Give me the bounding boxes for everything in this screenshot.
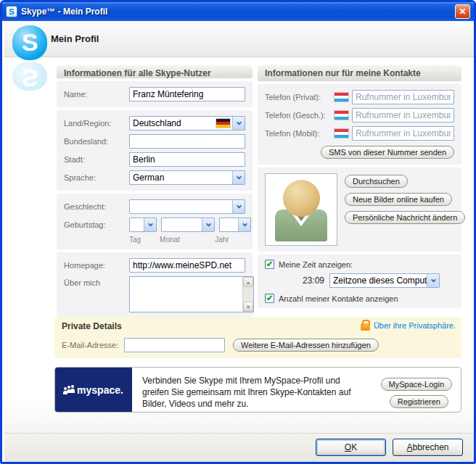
homepage-input[interactable] — [129, 258, 245, 273]
contact-info-header: Informationen nur für meine Kontakte — [258, 65, 461, 81]
location-group: Land/Region: Deutschland Bundesland: Sta… — [57, 110, 253, 191]
luxembourg-flag-icon — [335, 111, 348, 120]
browse-label: Durchsuchen — [353, 177, 400, 186]
web-group: Homepage: Über mich ▲ ▼ — [57, 252, 253, 318]
private-details-panel: Private Details Über ihre Privatsphäre. … — [54, 317, 461, 358]
gender-label: Geschlecht: — [64, 202, 129, 211]
chevron-down-icon[interactable] — [232, 171, 245, 184]
timezone-value: Zeitzone dieses Compute — [330, 276, 427, 286]
homepage-label: Homepage: — [64, 261, 129, 270]
chevron-down-icon[interactable] — [144, 218, 156, 231]
name-group: Name: — [57, 81, 253, 107]
send-sms-button[interactable]: SMS von dieser Nummer senden — [321, 146, 454, 159]
name-input[interactable] — [129, 87, 245, 102]
email-input[interactable] — [124, 338, 225, 352]
ok-button[interactable]: OK — [316, 439, 386, 456]
language-label: Sprache: — [64, 173, 129, 182]
chevron-down-icon[interactable] — [238, 218, 250, 231]
about-label: Über mich — [64, 276, 129, 287]
buy-pictures-button[interactable]: Neue Bilder online kaufen — [345, 193, 452, 206]
myspace-panel: myspace. Verbinden Sie Skype mit Ihrem M… — [54, 367, 461, 413]
about-scrollbar[interactable]: ▲ ▼ — [242, 277, 253, 312]
cancel-button[interactable]: Abbrechen — [393, 439, 463, 456]
skype-logo-icon: S — [12, 25, 47, 60]
day-caption: Tag — [129, 236, 155, 244]
skype-logo-reflection-glyph: S — [22, 65, 38, 92]
myspace-logo: myspace. — [55, 368, 132, 412]
scroll-down-icon[interactable]: ▼ — [243, 302, 253, 312]
scroll-up-icon[interactable]: ▲ — [243, 277, 253, 287]
public-info-panel: Informationen für alle Skype-Nutzer Name… — [57, 65, 253, 310]
phone-private-label: Telefon (Privat): — [265, 93, 335, 102]
state-input[interactable] — [129, 134, 245, 149]
state-label: Bundesland: — [64, 137, 129, 146]
skype-profile-window: S Skype™ - Mein Profil ✕ S Mein Profil S… — [0, 0, 476, 464]
myspace-login-label: MySpace-Login — [389, 380, 444, 389]
lock-icon — [361, 323, 370, 331]
avatar — [265, 173, 337, 246]
close-button[interactable]: ✕ — [455, 4, 470, 19]
birthday-year-select[interactable] — [219, 218, 251, 232]
year-caption: Jahr — [215, 236, 245, 244]
birthday-month-select[interactable] — [161, 218, 215, 232]
myspace-logo-text: myspace. — [77, 384, 123, 396]
avatar-group: Durchsuchen Neue Bilder online kaufen Pe… — [258, 167, 461, 252]
private-details-header: Private Details — [62, 321, 122, 331]
privacy-link[interactable]: Über ihre Privatsphäre. — [374, 321, 456, 330]
cancel-label: Abbrechen — [393, 442, 462, 452]
phone-mobile-label: Telefon (Mobil): — [265, 129, 335, 138]
show-time-checkbox[interactable]: ✔ — [265, 260, 274, 269]
skype-s-glyph: S — [9, 7, 14, 16]
window-body: S Mein Profil S Informationen für alle S… — [4, 21, 476, 462]
timezone-select[interactable]: Zeitzone dieses Compute — [329, 273, 440, 288]
buy-pictures-label: Neue Bilder online kaufen — [353, 195, 444, 204]
page-header: S Mein Profil — [4, 21, 476, 57]
add-email-button[interactable]: Weitere E-Mail-Adressen hinzufügen — [233, 339, 379, 352]
birthday-day-select[interactable] — [129, 218, 157, 232]
show-contact-count-checkbox[interactable]: ✔ — [265, 294, 274, 303]
check-icon: ✔ — [266, 294, 273, 302]
phone-work-label: Telefon (Gesch.): — [265, 111, 335, 120]
skype-logo-glyph: S — [22, 28, 38, 56]
gender-select[interactable] — [129, 199, 245, 214]
myspace-description: Verbinden Sie Skype mit Ihrem MySpace-Pr… — [142, 375, 360, 410]
germany-flag-icon — [216, 119, 230, 128]
city-input[interactable] — [129, 152, 245, 167]
change-mood-label: Persönliche Nachricht ändern — [353, 213, 457, 222]
chevron-down-icon[interactable] — [232, 117, 245, 130]
email-label: E-Mail-Adresse: — [62, 341, 124, 349]
change-mood-message-button[interactable]: Persönliche Nachricht ändern — [345, 211, 465, 224]
country-label: Land/Region: — [64, 119, 129, 128]
show-contact-count-label: Anzahl meiner Kontakte anzeigen — [279, 294, 398, 303]
myspace-register-label: Registrieren — [398, 397, 440, 406]
country-select[interactable]: Deutschland — [129, 116, 245, 130]
check-icon: ✔ — [266, 260, 273, 268]
titlebar[interactable]: S Skype™ - Mein Profil ✕ — [2, 2, 474, 21]
skype-logo-reflection: S — [12, 62, 47, 91]
contact-info-panel: Informationen nur für meine Kontakte Tel… — [258, 65, 461, 310]
add-email-label: Weitere E-Mail-Adressen hinzufügen — [241, 341, 371, 349]
about-textarea[interactable] — [130, 277, 242, 312]
month-caption: Monat — [160, 236, 210, 244]
window-title: Skype™ - Mein Profil — [21, 7, 455, 17]
avatar-head-shape — [283, 180, 320, 217]
chevron-down-icon[interactable] — [202, 218, 214, 231]
myspace-register-button[interactable]: Registrieren — [390, 395, 448, 408]
personal-group: Geschlecht: Geburtstag: — [57, 194, 253, 249]
phone-mobile-input[interactable] — [352, 126, 454, 141]
phone-work-input[interactable] — [352, 108, 454, 123]
public-info-header: Informationen für alle Skype-Nutzer — [57, 65, 253, 78]
show-time-label: Meine Zeit anzeigen: — [279, 260, 353, 269]
current-time: 23:09 — [303, 276, 324, 286]
myspace-people-icon — [64, 385, 75, 394]
birthday-label: Geburtstag: — [64, 220, 129, 229]
luxembourg-flag-icon — [335, 93, 348, 102]
phone-private-input[interactable] — [352, 90, 454, 104]
chevron-down-icon[interactable] — [232, 200, 245, 213]
myspace-login-button[interactable]: MySpace-Login — [381, 378, 452, 391]
luxembourg-flag-icon — [335, 129, 348, 138]
skype-app-icon: S — [6, 6, 17, 17]
chevron-down-icon[interactable] — [427, 274, 439, 287]
language-select[interactable]: German — [129, 170, 245, 185]
browse-button[interactable]: Durchsuchen — [345, 175, 408, 188]
